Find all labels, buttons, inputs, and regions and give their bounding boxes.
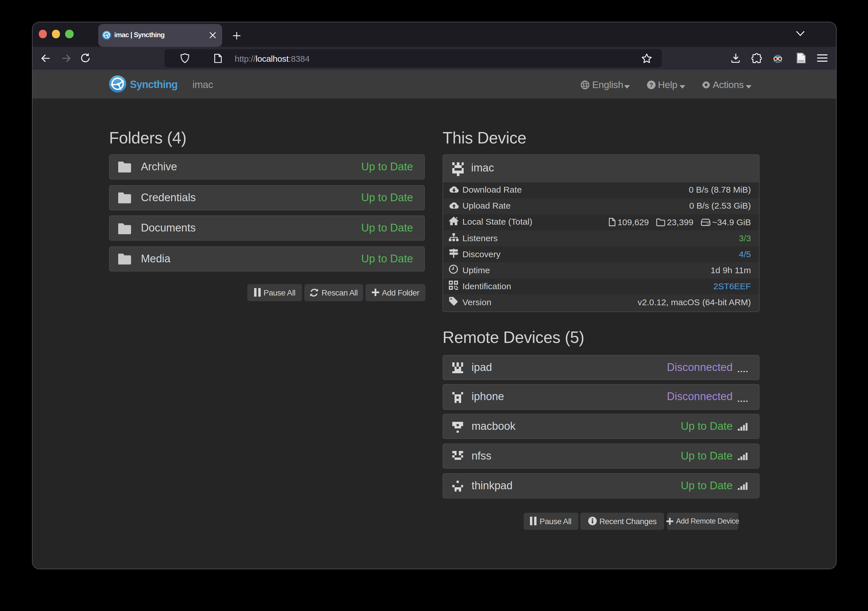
svg-text:?: ? xyxy=(649,81,653,88)
